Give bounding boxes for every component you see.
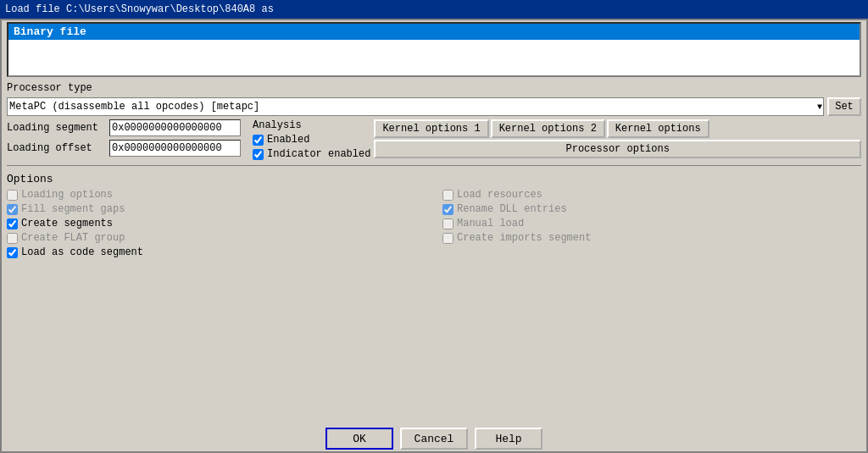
cancel-button[interactable]: Cancel [400,428,468,450]
fields-section: Loading segment Loading offset Analysis … [2,118,866,162]
right-panel: Kernel options 1 Kernel options 2 Kernel… [374,119,861,160]
kernel-options-2-button[interactable]: Kernel options 2 [491,119,605,138]
file-item-binary[interactable]: Binary file [8,24,860,40]
loading-offset-input[interactable] [109,140,241,157]
enabled-label: Enabled [267,134,309,146]
loading-offset-label: Loading offset [7,142,104,154]
loading-options-checkbox[interactable] [7,190,18,201]
create-flat-label: Create FLAT group [21,232,125,244]
opt-load-resources: Load resources [442,189,861,201]
options-title: Options [7,173,861,185]
opt-manual-load: Manual load [442,218,861,229]
indicator-checkbox[interactable] [253,149,264,160]
kernel-top-row: Kernel options 1 Kernel options 2 Kernel… [374,119,861,138]
enabled-row: Enabled [253,134,370,146]
rename-dll-checkbox[interactable] [442,204,453,215]
indicator-row: Indicator enabled [253,148,370,160]
set-button[interactable]: Set [827,97,861,116]
ok-button[interactable]: OK [326,428,393,450]
processor-type-label: Processor type [2,80,866,96]
rename-dll-label: Rename DLL entries [457,203,567,215]
loading-segment-input[interactable] [109,119,241,136]
processor-select-wrapper[interactable]: MetaPC (disassemble all opcodes) [metapc… [7,97,824,116]
title-bar-text: Load file C:\Users\Snowywar\Desktop\840A… [5,3,274,15]
opt-create-imports: Create imports segment [442,232,861,244]
enabled-checkbox[interactable] [253,135,264,146]
loading-offset-row: Loading offset [7,140,241,157]
options-grid: Loading options Load resources Fill segm… [7,189,861,258]
opt-create-flat: Create FLAT group [7,232,426,244]
processor-row: MetaPC (disassemble all opcodes) [metapc… [2,96,866,118]
fill-segment-label: Fill segment gaps [21,203,125,215]
opt-loading-options: Loading options [7,189,426,201]
opt-fill-segment: Fill segment gaps [7,203,426,215]
kernel-options-1-button[interactable]: Kernel options 1 [374,119,488,138]
create-flat-checkbox[interactable] [7,233,18,244]
options-section: Options Loading options Load resources F… [2,169,866,262]
file-list[interactable]: Binary file [7,22,861,77]
create-imports-checkbox[interactable] [442,233,453,244]
kernel-options-3-button[interactable]: Kernel options [607,119,709,138]
manual-load-checkbox[interactable] [442,218,453,229]
bottom-buttons: OK Cancel Help [2,421,866,453]
help-button[interactable]: Help [475,428,542,450]
create-segments-checkbox[interactable] [7,218,18,229]
left-fields: Loading segment Loading offset [7,119,241,160]
loading-segment-row: Loading segment [7,119,241,136]
load-resources-checkbox[interactable] [442,190,453,201]
divider [7,165,861,166]
loading-options-label: Loading options [21,189,113,201]
load-code-segment-label: Load as code segment [21,246,143,258]
create-segments-label: Create segments [21,218,113,229]
opt-rename-dll: Rename DLL entries [442,203,861,215]
create-imports-label: Create imports segment [457,232,591,244]
fill-segment-checkbox[interactable] [7,204,18,215]
loading-segment-label: Loading segment [7,122,104,134]
load-resources-label: Load resources [457,189,542,201]
load-code-segment-checkbox[interactable] [7,247,18,258]
processor-select[interactable]: MetaPC (disassemble all opcodes) [metapc… [7,97,824,116]
opt-create-segments: Create segments [7,218,426,229]
manual-load-label: Manual load [457,218,524,229]
analysis-group: Analysis Enabled Indicator enabled [244,119,370,160]
processor-options-button[interactable]: Processor options [374,140,861,158]
analysis-title: Analysis [253,119,370,131]
indicator-label: Indicator enabled [267,148,370,160]
opt-load-code-seg: Load as code segment [7,246,426,258]
